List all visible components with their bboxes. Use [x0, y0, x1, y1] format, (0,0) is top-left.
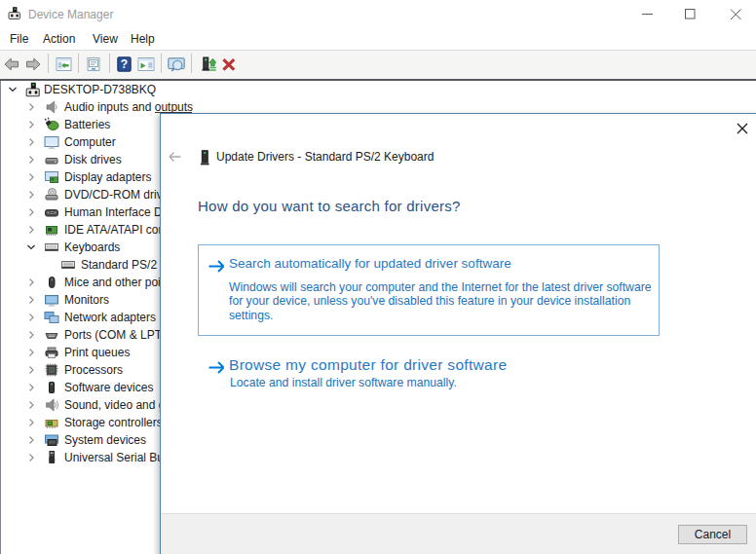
svg-text:?: ? [121, 57, 128, 71]
